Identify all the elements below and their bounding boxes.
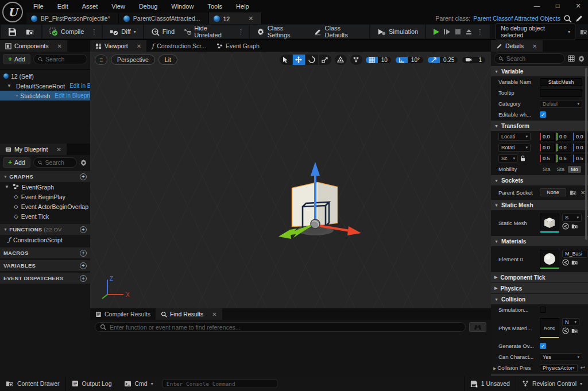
simulation-checkbox[interactable]: ✓ (540, 307, 546, 313)
grid-snap-control[interactable]: 10 (366, 57, 391, 63)
edit-pencil-icon[interactable] (575, 14, 583, 23)
viewport-menu-button[interactable]: ≡ (95, 55, 107, 65)
scale-x-input[interactable]: 0.5 (540, 154, 555, 162)
find-references-field[interactable] (95, 322, 466, 332)
phys-material-dropdown[interactable]: N▾ (562, 318, 579, 326)
console-command-field[interactable] (163, 379, 277, 388)
close-icon[interactable]: ✕ (137, 43, 141, 49)
unsaved-button[interactable]: 1 Unsaved (464, 376, 516, 391)
rotate-tool-button[interactable] (306, 55, 318, 65)
tab-parentclassofattracted[interactable]: ParentClassofAttracted... (119, 13, 209, 24)
revision-control-button[interactable]: Revision Control ▾ (516, 376, 588, 391)
add-dispatcher-icon[interactable]: + (80, 275, 87, 282)
add-graph-icon[interactable]: + (80, 173, 87, 180)
parent-socket-value[interactable]: None (540, 188, 566, 196)
hide-unrelated-options-icon[interactable]: ⋮ (237, 28, 245, 36)
mobility-static[interactable]: Sta (540, 166, 554, 173)
compile-button[interactable]: Compile (46, 26, 87, 37)
collision-section-header[interactable]: ▼Collision (491, 294, 588, 304)
my-blueprint-search-input[interactable] (45, 159, 72, 166)
scale-tool-button[interactable] (319, 55, 331, 65)
sockets-section-header[interactable]: ▼Sockets (491, 175, 588, 185)
lock-icon[interactable] (520, 155, 525, 161)
mobility-movable[interactable]: Mo (568, 166, 581, 173)
components-search[interactable] (33, 54, 87, 64)
frame-skip-button[interactable] (443, 28, 451, 36)
cmd-dropdown[interactable]: Cmd ▾ (118, 376, 159, 391)
static-mesh-asset-dropdown[interactable]: S▾ (562, 214, 582, 222)
debug-object-dropdown[interactable]: No debug object selected ▾ (496, 23, 575, 40)
collision-presets-dropdown[interactable]: PhysicsActor▾ (540, 364, 578, 372)
location-y-input[interactable]: 0.0 (556, 133, 571, 141)
functions-section-header[interactable]: ▼ FUNCTIONS (22 OV + (0, 224, 90, 235)
add-blueprint-item-button[interactable]: +Add (3, 157, 30, 168)
compiler-results-tab[interactable]: Compiler Results (90, 308, 156, 320)
find-results-tab[interactable]: Find Results ✕ (156, 308, 222, 320)
close-icon[interactable]: ✕ (57, 43, 62, 49)
browse-button[interactable] (22, 26, 38, 37)
content-drawer-button[interactable]: Content Drawer (0, 376, 66, 391)
find-button[interactable]: Find (148, 26, 178, 37)
maximize-icon[interactable]: □ (551, 1, 564, 10)
close-icon[interactable]: ✕ (56, 146, 61, 153)
event-graph-item[interactable]: ▼ EventGraph (0, 182, 90, 192)
reset-to-default-icon[interactable]: ↩ (581, 365, 585, 371)
scale-snap-control[interactable]: 0.25 (428, 57, 458, 63)
simulation-button[interactable]: Simulation (374, 26, 421, 37)
mobility-segmented-control[interactable]: Sta Sta Mo (540, 166, 582, 173)
browse-asset-icon[interactable] (571, 327, 578, 334)
static-mesh-section-header[interactable]: ▼Static Mesh (491, 200, 588, 210)
browse-folder-icon[interactable] (570, 189, 577, 196)
add-macro-icon[interactable]: + (80, 250, 87, 257)
find-in-all-blueprints-button[interactable] (469, 322, 486, 332)
event-tick-item[interactable]: ◇ Event Tick (0, 211, 90, 221)
menu-view[interactable]: View (105, 0, 132, 13)
rotation-x-input[interactable]: 0.0 (540, 144, 555, 152)
add-variable-icon[interactable]: + (80, 262, 87, 269)
generate-overlap-checkbox[interactable]: ✓ (540, 343, 546, 349)
parent-class-link[interactable]: Parent Classof Attracted Objects (473, 15, 560, 22)
lit-dropdown[interactable]: Lit (158, 55, 177, 65)
surface-snap-button[interactable] (350, 55, 362, 65)
expander-icon[interactable]: ▼ (5, 184, 10, 189)
editable-checkbox[interactable]: ✓ (540, 111, 546, 118)
event-actorbeginoverlap-item[interactable]: ◇ Event ActorBeginOverlap (0, 202, 90, 211)
transform-section-header[interactable]: ▼Transform (491, 121, 588, 131)
close-icon[interactable]: ✕ (572, 1, 585, 10)
tab-bp-firstpersonprojectile[interactable]: BP_FirstPersonProjectile* (26, 13, 119, 24)
perspective-dropdown[interactable]: Perspective (111, 55, 155, 65)
search-icon[interactable] (563, 14, 572, 23)
details-scrollbar[interactable] (585, 68, 587, 240)
event-dispatchers-section-header[interactable]: EVENT DISPATCHERS + (0, 273, 90, 284)
component-row-defaultsceneroot[interactable]: ▼ DefaultSceneRoot Edit in Bl (0, 81, 90, 91)
my-blueprint-tab[interactable]: My Blueprint ✕ (0, 144, 67, 155)
menu-tools[interactable]: Tools (200, 0, 229, 13)
debug-browse-icon[interactable] (580, 28, 588, 36)
use-selected-icon[interactable] (562, 223, 569, 230)
macros-section-header[interactable]: MACROS + (0, 247, 90, 258)
edit-in-blueprint-link[interactable]: Edit in Bluepri (55, 92, 90, 99)
3d-viewport[interactable]: ≡ Perspective Lit (90, 52, 491, 308)
components-search-input[interactable] (45, 56, 83, 63)
rotation-dropdown[interactable]: Rotati▾ (498, 144, 531, 152)
menu-edit[interactable]: Edit (51, 0, 75, 13)
tab-close-icon[interactable]: ✕ (248, 15, 253, 22)
minimize-icon[interactable]: — (531, 1, 543, 10)
menu-asset[interactable]: Asset (75, 0, 105, 13)
output-log-button[interactable]: Output Log (66, 376, 118, 391)
play-options-icon[interactable]: ⋮ (475, 28, 484, 36)
material-thumbnail[interactable] (540, 250, 559, 268)
class-defaults-button[interactable]: Class Defaults (311, 24, 366, 40)
menu-file[interactable]: File (26, 0, 51, 13)
use-selected-icon[interactable] (562, 327, 569, 334)
add-function-icon[interactable]: + (80, 226, 87, 233)
rotation-y-input[interactable]: 0.0 (556, 144, 571, 152)
scale-dropdown[interactable]: Sc▾ (498, 154, 518, 162)
variable-name-input[interactable]: StaticMesh (540, 78, 582, 86)
construction-script-item[interactable]: ƒ ConstructionScript (0, 235, 90, 245)
console-command-input[interactable] (167, 381, 273, 387)
mobility-stationary[interactable]: Sta (554, 166, 568, 173)
expander-icon[interactable]: ▼ (7, 83, 11, 88)
edit-in-blueprint-link[interactable]: Edit in Bl (69, 83, 90, 89)
play-button[interactable] (432, 28, 440, 36)
